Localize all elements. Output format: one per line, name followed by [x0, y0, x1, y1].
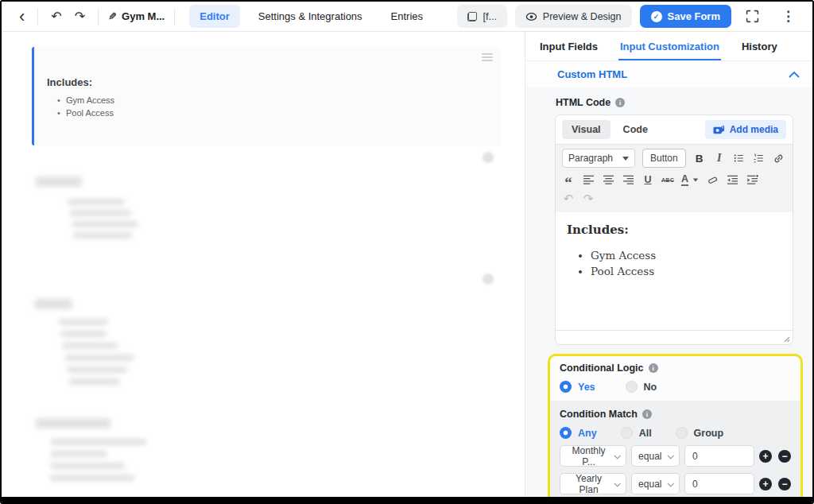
align-left-button[interactable] [582, 173, 595, 187]
editor-redo-button[interactable]: ↷ [582, 192, 595, 206]
align-left-icon [583, 175, 595, 185]
blurred-line [68, 199, 125, 205]
underline-button[interactable]: U [642, 173, 654, 187]
blockquote-button[interactable]: “ [562, 173, 575, 187]
link-button[interactable] [773, 151, 785, 165]
fullscreen-button[interactable] [739, 8, 766, 25]
edit-title-icon: ✎ [108, 10, 117, 22]
form-canvas: Includes: Gym Access Pool Access [2, 32, 525, 497]
radio-no[interactable]: No [626, 381, 657, 393]
save-form-button[interactable]: ✓ Save Form [640, 5, 731, 28]
add-media-label: Add media [730, 124, 778, 135]
radio-yes[interactable]: Yes [560, 381, 595, 393]
blurred-line [69, 210, 131, 216]
remove-condition-button[interactable]: − [778, 478, 791, 490]
bold-button[interactable]: B [693, 151, 706, 165]
kebab-icon: ⋮ [780, 8, 797, 25]
custom-html-block-selected[interactable]: Includes: Gym Access Pool Access [32, 47, 501, 145]
app-window: ‹ ↶ ↷ ✎ Gym M... Editor Settings & Integ… [0, 0, 814, 504]
condition-match-label-row: Condition Match i [560, 409, 791, 420]
info-icon[interactable]: i [649, 363, 658, 373]
more-options-button[interactable]: ⋮ [773, 6, 803, 26]
condition-value-input[interactable] [684, 473, 754, 494]
format-select[interactable]: Paragraph [562, 149, 635, 168]
add-media-button[interactable]: Add media [705, 120, 786, 139]
condition-field-value: Yearly Plan [567, 473, 610, 495]
preview-design-button[interactable]: Preview & Design [515, 5, 632, 28]
italic-button[interactable]: I [713, 151, 726, 165]
resize-grip-icon[interactable] [781, 333, 790, 343]
redo-button[interactable]: ↷ [68, 7, 91, 25]
blurred-heading [36, 176, 82, 187]
radio-group-label: Group [694, 428, 724, 439]
custom-html-section-header[interactable]: Custom HTML [525, 61, 812, 87]
toolbar-row-1: Paragraph Button B I [562, 149, 786, 168]
back-button[interactable]: ‹ [13, 10, 31, 24]
tab-editor[interactable]: Editor [189, 5, 240, 28]
align-right-icon [622, 175, 634, 185]
tab-settings-integrations[interactable]: Settings & Integrations [248, 5, 373, 28]
tab-input-customization[interactable]: Input Customization [618, 32, 721, 60]
strikethrough-button[interactable]: ABC [661, 173, 674, 187]
radio-selected-icon [560, 381, 572, 393]
html-block-list: Gym Access Pool Access [47, 94, 488, 119]
tab-input-fields[interactable]: Input Fields [538, 32, 599, 60]
shortcode-copy-button[interactable]: [f... [457, 5, 506, 28]
info-icon[interactable]: i [642, 409, 652, 419]
tab-visual[interactable]: Visual [562, 120, 610, 139]
condition-operator-value: equal [638, 479, 661, 490]
align-center-icon [603, 175, 614, 185]
align-center-button[interactable] [602, 173, 614, 187]
add-condition-button[interactable]: + [759, 450, 772, 463]
html-editor: Visual Code Add media Paragraph [555, 114, 793, 345]
blurred-line [72, 221, 138, 227]
align-right-button[interactable] [622, 173, 634, 187]
bullet-list-button[interactable] [733, 151, 746, 165]
block-actions-icon[interactable] [482, 53, 493, 63]
radio-any[interactable]: Any [560, 427, 597, 439]
radio-all[interactable]: All [621, 427, 652, 439]
blurred-line [50, 451, 107, 457]
condition-match-section: Condition Match i Any All [550, 401, 800, 504]
indent-button[interactable] [746, 173, 758, 187]
html-code-label: HTML Code [556, 97, 610, 108]
settings-panel: Input Fields Input Customization History… [525, 32, 812, 497]
insert-button-button[interactable]: Button [642, 149, 686, 168]
divider [98, 8, 99, 25]
undo-button[interactable]: ↶ [45, 7, 68, 25]
condition-operator-select[interactable]: equal [631, 445, 680, 467]
info-icon[interactable]: i [615, 98, 625, 107]
condition-row: Monthly P... equal + − [560, 445, 791, 467]
toolbar-row-2: “ U ABC [562, 173, 786, 187]
html-block-item: Gym Access [66, 94, 488, 107]
numbered-list-button[interactable] [753, 151, 766, 165]
tab-history[interactable]: History [740, 32, 779, 60]
condition-field-select[interactable]: Monthly P... [560, 445, 626, 467]
blurred-line [50, 463, 125, 469]
condition-row: Yearly Plan equal + − [560, 473, 791, 494]
custom-html-section-title: Custom HTML [557, 68, 627, 80]
add-condition-button[interactable]: + [759, 478, 772, 490]
blockquote-icon: “ [564, 180, 572, 186]
text-color-button[interactable]: A [681, 173, 699, 187]
form-title[interactable]: ✎ Gym M... [105, 10, 168, 22]
blurred-line [64, 355, 134, 361]
tab-code[interactable]: Code [614, 120, 657, 139]
shortcode-label: [f... [483, 11, 496, 22]
condition-operator-select[interactable]: equal [631, 473, 680, 494]
condition-value-input[interactable] [684, 445, 754, 467]
top-bar-left: ‹ ↶ ↷ ✎ Gym M... Editor Settings & Integ… [13, 5, 433, 28]
chevron-up-icon[interactable] [789, 71, 800, 78]
tab-entries[interactable]: Entries [381, 5, 433, 28]
editor-undo-button[interactable]: ↶ [562, 192, 575, 206]
outdent-button[interactable] [726, 173, 738, 187]
clear-formatting-button[interactable] [706, 173, 719, 187]
remove-condition-button[interactable]: − [778, 450, 791, 463]
condition-field-select[interactable]: Yearly Plan [560, 473, 626, 494]
radio-group[interactable]: Group [676, 427, 724, 439]
top-bar: ‹ ↶ ↷ ✎ Gym M... Editor Settings & Integ… [2, 2, 812, 32]
radio-selected-icon [560, 427, 572, 439]
top-bar-right: [f... Preview & Design ✓ Save Form ⋮ [457, 5, 803, 28]
editor-content-area[interactable]: Includes: Gym Access Pool Access [556, 212, 793, 330]
divider [37, 8, 38, 25]
